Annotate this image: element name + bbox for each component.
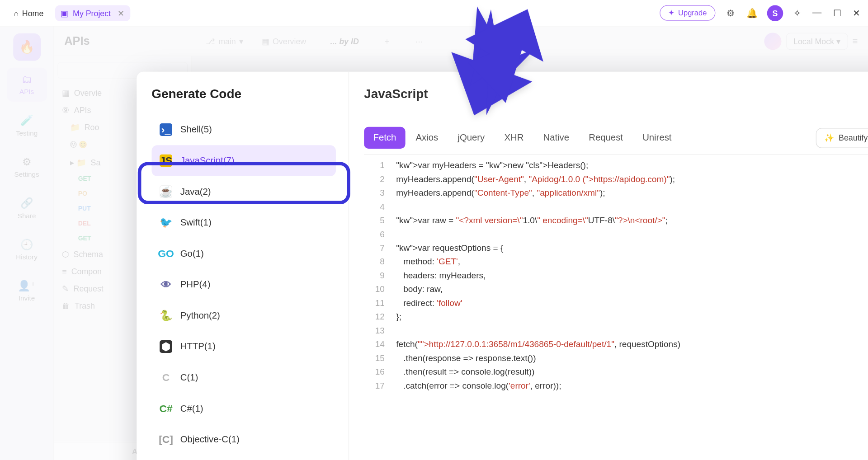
upgrade-label: Upgrade [678,9,707,17]
language-label: HTTP(1) [180,342,216,352]
avatar[interactable]: S [767,5,783,21]
beautify-button[interactable]: ✨Beautify [816,128,868,148]
language-label: Java(2) [180,187,211,197]
client-tab-axios[interactable]: Axios [406,127,447,149]
language-label: Objective-C(1) [180,434,240,445]
wand-icon: ✨ [824,133,834,142]
line-gutter: 1234567891011121314151617 [364,155,392,460]
language-icon: 🐦 [160,216,172,229]
code-content: "kw">var myHeaders = "kw">new "cls">Head… [392,155,868,460]
svg-marker-0 [458,1,546,108]
bell-icon[interactable]: 🔔 [745,6,759,19]
language-label: C(1) [180,372,198,383]
language-icon: C# [160,402,172,415]
language-item-ruby-[interactable]: 💎Ruby(1) [151,455,336,460]
generate-code-modal: Generate Code ›_Shell(5)JSJavaScript(7)☕… [137,72,868,460]
language-item-swift-[interactable]: 🐦Swift(1) [151,207,336,238]
client-tab-jquery[interactable]: jQuery [448,127,494,149]
project-tab-label: My Project [73,8,111,17]
home-button[interactable]: ⌂ Home [8,5,49,21]
client-tab-xhr[interactable]: XHR [495,127,533,149]
modal-title: Generate Code [151,87,339,102]
titlebar: ⌂ Home ▣ My Project ✕ ✦ Upgrade ⚙ 🔔 S ✧ … [0,0,868,26]
code-panel: JavaScript ✕ FetchAxiosjQueryXHRNativeRe… [349,72,868,460]
language-label: Swift(1) [180,217,212,228]
client-tab-native[interactable]: Native [534,127,578,149]
language-icon: 🐍 [160,310,172,322]
language-item-http-[interactable]: ⬢HTTP(1) [151,331,336,362]
language-icon: 👁 [160,278,172,291]
language-icon: JS [160,155,172,167]
client-tab-unirest[interactable]: Unirest [633,127,681,149]
language-item-java-[interactable]: ☕Java(2) [151,176,336,207]
language-item-shell-[interactable]: ›_Shell(5) [151,114,336,146]
tutorial-arrow-overlay [436,1,545,130]
selected-language-title: JavaScript [364,87,428,102]
language-icon: ⬢ [160,340,172,353]
language-icon: [C] [160,433,172,446]
language-label: PHP(4) [180,279,211,290]
pin-icon[interactable]: ✧ [793,8,801,19]
home-icon: ⌂ [14,8,19,17]
close-tab-icon[interactable]: ✕ [118,8,124,17]
language-item-objective-c-[interactable]: [C]Objective-C(1) [151,424,336,455]
language-icon: ☕ [160,185,172,198]
client-tab-request[interactable]: Request [580,127,632,149]
client-tabs: FetchAxiosjQueryXHRNativeRequestUnirest … [364,127,868,149]
maximize-icon[interactable]: ☐ [833,8,841,19]
language-label: Python(2) [180,310,220,321]
language-label: C#(1) [180,404,203,414]
client-tab-fetch[interactable]: Fetch [364,127,405,149]
language-item-javascript-[interactable]: JSJavaScript(7) [151,145,336,176]
language-sidebar: Generate Code ›_Shell(5)JSJavaScript(7)☕… [137,72,349,460]
language-label: Go(1) [180,249,204,259]
language-list: ›_Shell(5)JSJavaScript(7)☕Java(2)🐦Swift(… [151,114,339,460]
upgrade-button[interactable]: ✦ Upgrade [660,5,715,20]
language-item-php-[interactable]: 👁PHP(4) [151,269,336,300]
settings-icon[interactable]: ⚙ [723,6,737,19]
close-window-icon[interactable]: ✕ [853,8,860,19]
language-item-go-[interactable]: GOGo(1) [151,238,336,269]
language-icon: GO [160,247,172,260]
code-editor[interactable]: 1234567891011121314151617 "kw">var myHea… [364,155,868,460]
language-item-c-[interactable]: C#C#(1) [151,393,336,424]
language-label: JavaScript(7) [180,155,235,166]
language-item-c-[interactable]: CC(1) [151,362,336,393]
sparkle-icon: ✦ [668,9,675,17]
project-icon: ▣ [61,8,68,17]
project-tab[interactable]: ▣ My Project ✕ [55,5,131,21]
language-icon: ›_ [160,123,172,136]
language-item-python-[interactable]: 🐍Python(2) [151,300,336,331]
language-icon: C [160,371,172,384]
home-label: Home [22,8,43,17]
language-label: Shell(5) [180,125,212,135]
minimize-icon[interactable]: — [812,8,821,19]
